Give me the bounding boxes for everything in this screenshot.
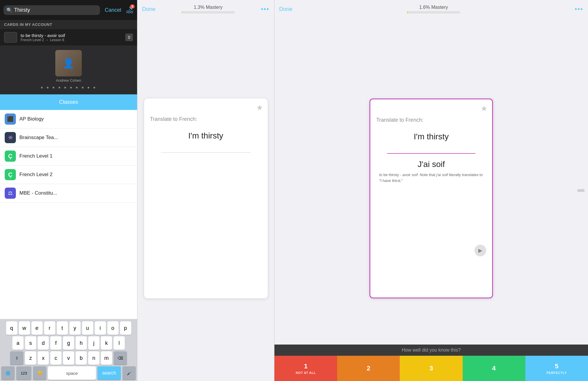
more-button-1[interactable]: •••: [261, 5, 269, 13]
class-name-french2: French Level 2: [19, 172, 52, 178]
rating-2[interactable]: 2: [337, 356, 400, 381]
key-d[interactable]: d: [38, 336, 49, 350]
class-item-french2[interactable]: Ç French Level 2: [0, 166, 137, 184]
class-item-brainscape[interactable]: 👾 Brainscape Tea...: [0, 128, 137, 147]
key-p[interactable]: p: [120, 321, 131, 335]
class-name-french1: French Level 1: [19, 153, 52, 159]
star-icon-1[interactable]: ★: [256, 103, 263, 112]
card-prompt-2: Translate to French:: [376, 117, 486, 123]
done-button-2[interactable]: Done: [279, 6, 292, 12]
class-item-ap-biology[interactable]: ⬛ AP Biology: [0, 110, 137, 128]
rating-num-5: 5: [555, 362, 558, 370]
class-item-french1[interactable]: Ç French Level 1: [0, 147, 137, 166]
key-k[interactable]: k: [101, 336, 112, 350]
key-c[interactable]: c: [50, 351, 61, 365]
key-h[interactable]: h: [76, 336, 87, 350]
mastery-title-2: 1.6% Mastery: [419, 5, 448, 10]
key-t[interactable]: t: [57, 321, 68, 335]
key-l[interactable]: l: [114, 336, 125, 350]
key-i[interactable]: i: [95, 321, 106, 335]
class-icon-mbe: ⚖: [5, 188, 16, 199]
classes-button[interactable]: Classes: [0, 94, 137, 110]
rating-num-2: 2: [367, 365, 370, 372]
search-input-wrap[interactable]: 🔍: [4, 5, 100, 15]
rating-5[interactable]: 5 PERFECTLY: [525, 356, 588, 381]
rating-label-5: PERFECTLY: [547, 371, 567, 375]
key-mic[interactable]: 🎤: [122, 366, 136, 380]
search-input[interactable]: [14, 7, 97, 13]
key-numbers[interactable]: 123: [16, 366, 31, 380]
study-panel-unanswered: Done 1.3% Mastery ••• ★ Translate to Fre…: [137, 0, 274, 381]
flashcard-1: ★ Translate to French: I'm thirsty: [144, 98, 268, 298]
class-name-brainscape: Brainscape Tea...: [19, 135, 58, 141]
key-u[interactable]: u: [82, 321, 93, 335]
keyboard: q w e r t y u i o p a s d f g h j k l ⇧ …: [0, 319, 137, 381]
rating-num-1: 1: [304, 362, 307, 370]
key-q[interactable]: q: [6, 321, 17, 335]
key-w[interactable]: w: [19, 321, 30, 335]
profile-dots: • • • • • • • • • •: [41, 84, 96, 91]
key-z[interactable]: z: [25, 351, 36, 365]
mastery-bar-1: [182, 11, 182, 14]
class-icon-french1: Ç: [5, 151, 16, 162]
avatar-image: 👤: [55, 50, 82, 76]
more-button-2[interactable]: •••: [575, 5, 583, 13]
rating-label-1: NOT AT ALL: [296, 371, 316, 375]
keyboard-row-3: ⇧ z x c v b n m ⌫: [1, 351, 136, 365]
rating-4[interactable]: 4: [463, 356, 525, 381]
flashcard-2: ★ Translate to French: I'm thirsty ▶ J'a…: [369, 98, 493, 298]
key-n[interactable]: n: [88, 351, 99, 365]
key-e[interactable]: e: [31, 321, 43, 335]
key-backspace[interactable]: ⌫: [114, 351, 127, 365]
rating-section: How well did you know this? 1 NOT AT ALL…: [274, 345, 588, 381]
key-o[interactable]: o: [107, 321, 119, 335]
mastery-title-1: 1.3% Mastery: [194, 5, 223, 10]
rating-3[interactable]: 3: [400, 356, 462, 381]
card-count-badge: 0: [125, 34, 133, 41]
key-search[interactable]: search: [97, 366, 121, 380]
key-space[interactable]: space: [48, 366, 96, 380]
card-thumbnail: [4, 32, 17, 43]
class-name-mbe: MBE - Constitu...: [19, 190, 57, 196]
key-m[interactable]: m: [101, 351, 112, 365]
key-shift[interactable]: ⇧: [10, 351, 24, 365]
card-title: to be thirsty - avoir soif: [21, 33, 122, 38]
key-globe[interactable]: 🌐: [1, 366, 15, 380]
card-answer-line-2: [387, 153, 475, 154]
rating-num-4: 4: [492, 365, 496, 372]
profile-name: Andrew Cohen: [56, 78, 81, 83]
key-v[interactable]: v: [63, 351, 74, 365]
cancel-button[interactable]: Cancel: [102, 6, 124, 14]
mastery-bar-wrap-1: [182, 11, 235, 14]
mastery-section-2: 1.6% Mastery: [292, 5, 574, 14]
key-r[interactable]: r: [44, 321, 55, 335]
keyboard-row-1: q w e r t y u i o p: [1, 321, 136, 335]
scroll-indicator: [577, 189, 584, 192]
star-icon-2[interactable]: ★: [481, 104, 487, 113]
how-well-label: How well did you know this?: [274, 345, 588, 356]
notification-button[interactable]: 🏖 5: [126, 6, 134, 15]
key-x[interactable]: x: [38, 351, 49, 365]
key-y[interactable]: y: [69, 321, 81, 335]
card-result-item[interactable]: to be thirsty - avoir soif French Level …: [0, 29, 137, 46]
class-icon-french2: Ç: [5, 169, 16, 180]
flashcard-area-1: ★ Translate to French: I'm thirsty: [137, 16, 274, 381]
mastery-section-1: 1.3% Mastery: [155, 5, 261, 14]
key-j[interactable]: j: [88, 336, 99, 350]
key-g[interactable]: g: [63, 336, 74, 350]
key-b[interactable]: b: [76, 351, 87, 365]
card-subtitle: French Level 2 → Lesson 8: [21, 38, 122, 42]
card-question-2: I'm thirsty: [376, 132, 486, 141]
key-s[interactable]: s: [25, 336, 36, 350]
key-emoji[interactable]: 😊: [33, 366, 46, 380]
card-note: to be thirsty - avoir soif. Note that j'…: [376, 169, 486, 183]
key-a[interactable]: a: [12, 336, 24, 350]
rating-1[interactable]: 1 NOT AT ALL: [274, 356, 337, 381]
key-f[interactable]: f: [50, 336, 61, 350]
search-panel: 🔍 Cancel 🏖 5 CARDS IN MY ACCOUNT to be t…: [0, 0, 137, 381]
done-button-1[interactable]: Done: [142, 6, 155, 12]
audio-button[interactable]: ▶: [474, 245, 486, 256]
class-item-mbe[interactable]: ⚖ MBE - Constitu...: [0, 184, 137, 203]
card-prompt-1: Translate to French:: [150, 116, 262, 122]
card-question-1: I'm thirsty: [150, 131, 262, 141]
